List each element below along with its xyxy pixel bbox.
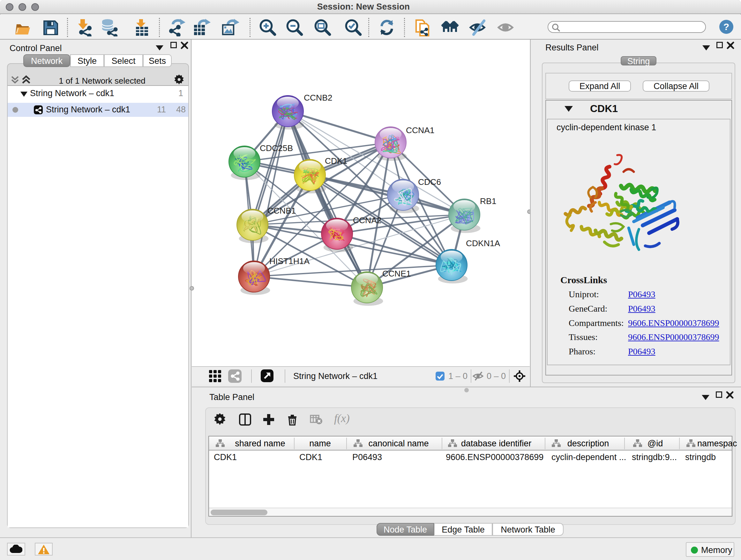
- svg-text:CDC6: CDC6: [418, 177, 441, 187]
- svg-text:CCNE1: CCNE1: [382, 269, 411, 278]
- svg-text:CDK1: CDK1: [325, 156, 347, 166]
- svg-text:CCNB1: CCNB1: [267, 206, 296, 215]
- svg-text:CCNA2: CCNA2: [353, 215, 381, 225]
- svg-text:CCNB2: CCNB2: [304, 93, 332, 103]
- svg-text:CDKN1A: CDKN1A: [466, 239, 500, 248]
- svg-text:CCNA1: CCNA1: [406, 125, 434, 135]
- svg-text:RB1: RB1: [480, 196, 496, 206]
- svg-text:CDC25B: CDC25B: [260, 143, 293, 153]
- svg-text:HIST1H1A: HIST1H1A: [269, 256, 310, 266]
